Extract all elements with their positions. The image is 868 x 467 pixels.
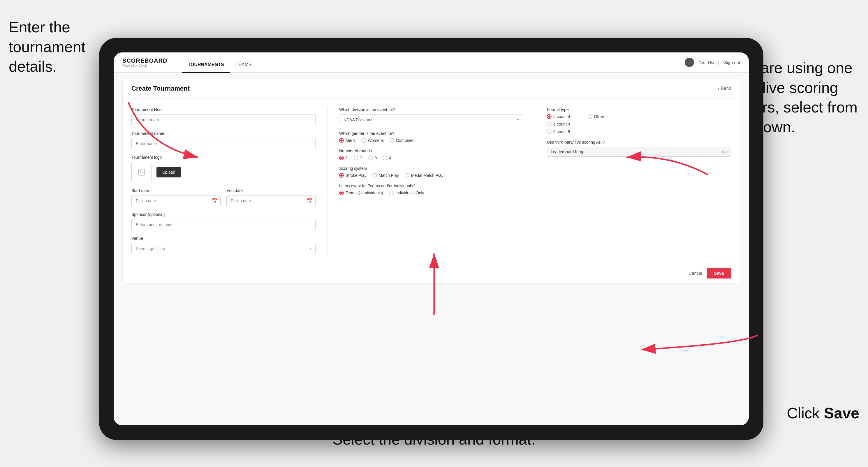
upload-button[interactable]: Upload <box>156 167 181 178</box>
gender-group: Which gender is the event for? Mens Wome… <box>339 131 523 143</box>
round-1[interactable]: 1 <box>339 156 348 160</box>
format-col-2: Other <box>588 114 604 134</box>
scoring-medal[interactable]: Medal Match Play <box>405 173 443 178</box>
round-4-label: 4 <box>389 156 391 160</box>
round-2-label: 2 <box>360 156 363 160</box>
teams-plus-individuals[interactable]: Teams (+Individuals) <box>339 190 383 195</box>
gender-mens[interactable]: Mens <box>339 138 355 143</box>
radio-match <box>372 173 377 178</box>
chevron-down-icon: ▾ <box>309 246 311 251</box>
form-col-left: Tournament Host Tournament name Tourname… <box>131 107 315 254</box>
teams-group: Is this event for Teams and/or Individua… <box>339 184 523 195</box>
format-other-label: Other <box>594 114 604 119</box>
teams-plus-label: Teams (+Individuals) <box>346 190 383 195</box>
brand: SCOREBOARD Powered by Clippit <box>122 57 167 67</box>
scoring-stroke-label: Stroke Play <box>346 173 367 178</box>
svg-point-1 <box>140 170 141 172</box>
radio-womens <box>361 138 366 143</box>
venue-placeholder: Search golf club <box>136 246 165 251</box>
venue-select[interactable]: Search golf club ▾ <box>131 243 315 254</box>
scoring-match[interactable]: Match Play <box>372 173 399 178</box>
chevron-down-icon-division: ▾ <box>517 118 519 122</box>
tournament-host-input[interactable] <box>131 114 315 125</box>
radio-round-4 <box>382 156 387 160</box>
format-type-label: Format type <box>547 107 731 112</box>
radio-round-2 <box>354 156 359 160</box>
tournament-name-group: Tournament name <box>131 131 315 149</box>
form-body: Tournament Host Tournament name Tourname… <box>123 98 740 263</box>
sponsor-input[interactable] <box>131 219 315 230</box>
division-value: NCAA Division I <box>344 117 372 122</box>
gender-womens[interactable]: Womens <box>361 138 384 143</box>
start-date-input[interactable] <box>131 195 221 206</box>
round-1-label: 1 <box>346 156 348 160</box>
round-4[interactable]: 4 <box>382 156 391 160</box>
gender-label: Which gender is the event for? <box>339 131 523 136</box>
individuals-only[interactable]: Individuals Only <box>389 190 424 195</box>
form-footer: Cancel Save <box>123 263 740 283</box>
start-date-group: Start date 📅 <box>131 188 221 206</box>
tournament-name-input[interactable] <box>131 138 315 149</box>
sponsor-group: Sponsor (optional) <box>131 212 315 230</box>
tournament-name-label: Tournament name <box>131 131 315 136</box>
end-date-label: End date <box>226 188 315 193</box>
form-title: Create Tournament <box>131 85 190 92</box>
live-scoring-select[interactable]: Leaderboard King ✕ › <box>547 147 731 157</box>
page-content: Create Tournament Back Tournament Host T… <box>114 73 749 425</box>
radio-mens <box>339 138 344 143</box>
scoring-stroke[interactable]: Stroke Play <box>339 173 367 178</box>
gender-radio-group: Mens Womens Combined <box>339 138 523 143</box>
gender-mens-label: Mens <box>346 138 355 143</box>
scoring-radio-group: Stroke Play Match Play Medal Match Play <box>339 173 523 178</box>
format-5count4-label: 5 count 4 <box>553 114 570 119</box>
back-link[interactable]: Back <box>718 86 731 91</box>
format-other[interactable]: Other <box>588 114 604 119</box>
tablet-screen: SCOREBOARD Powered by Clippit TOURNAMENT… <box>114 53 749 425</box>
division-select[interactable]: NCAA Division I ▾ <box>339 114 523 125</box>
tablet-frame: SCOREBOARD Powered by Clippit TOURNAMENT… <box>99 38 764 440</box>
form-col-right: Format type 5 count 4 6 count <box>547 107 731 254</box>
end-date-input[interactable] <box>226 195 315 206</box>
round-3[interactable]: 3 <box>368 156 377 160</box>
cancel-button[interactable]: Cancel <box>688 271 702 276</box>
gender-womens-label: Womens <box>368 138 384 143</box>
radio-teams <box>339 190 344 195</box>
nav-tournaments[interactable]: TOURNAMENTS <box>182 62 229 73</box>
round-3-label: 3 <box>375 156 377 160</box>
rounds-group: Number of rounds 1 2 <box>339 149 523 160</box>
clear-icon[interactable]: ✕ › <box>721 150 727 154</box>
end-date-wrap: 📅 <box>226 195 315 206</box>
avatar <box>685 58 694 67</box>
brand-sub: Powered by Clippit <box>122 64 167 67</box>
sign-out-link[interactable]: Sign out <box>724 60 740 65</box>
format-5count4[interactable]: 5 count 4 <box>547 114 570 119</box>
scoring-medal-label: Medal Match Play <box>411 173 443 178</box>
radio-stroke <box>339 173 344 178</box>
individuals-label: Individuals Only <box>395 190 424 195</box>
form-header: Create Tournament Back <box>123 79 740 98</box>
radio-5count4 <box>547 114 552 119</box>
live-scoring-group: Use third-party live scoring API? Leader… <box>547 140 731 157</box>
format-6count4[interactable]: 6 count 4 <box>547 122 570 126</box>
rounds-radio-group: 1 2 3 <box>339 156 523 160</box>
sponsor-label: Sponsor (optional) <box>131 212 315 217</box>
round-2[interactable]: 2 <box>354 156 363 160</box>
scoring-match-label: Match Play <box>379 173 399 178</box>
brand-name: SCOREBOARD <box>122 57 167 64</box>
format-type-options: 5 count 4 6 count 4 6 count 5 <box>547 114 731 134</box>
form-col-middle: Which division is the event for? NCAA Di… <box>339 107 523 254</box>
radio-round-1 <box>339 156 344 160</box>
radio-6count5 <box>547 129 552 134</box>
live-scoring-value: Leaderboard King <box>551 150 583 154</box>
save-button[interactable]: Save <box>707 268 731 279</box>
radio-medal <box>405 173 409 178</box>
format-type-group: Format type 5 count 4 6 count <box>547 107 731 134</box>
navbar-right: Test User | Sign out <box>685 58 740 67</box>
format-6count5[interactable]: 6 count 5 <box>547 129 570 134</box>
gender-combined[interactable]: Combined <box>390 138 414 143</box>
rounds-label: Number of rounds <box>339 149 523 153</box>
scoring-group: Scoring system Stroke Play Match Play <box>339 166 523 178</box>
nav-teams[interactable]: TEAMS <box>230 62 257 73</box>
venue-label: Venue <box>131 236 315 241</box>
format-6count5-label: 6 count 5 <box>553 129 570 134</box>
